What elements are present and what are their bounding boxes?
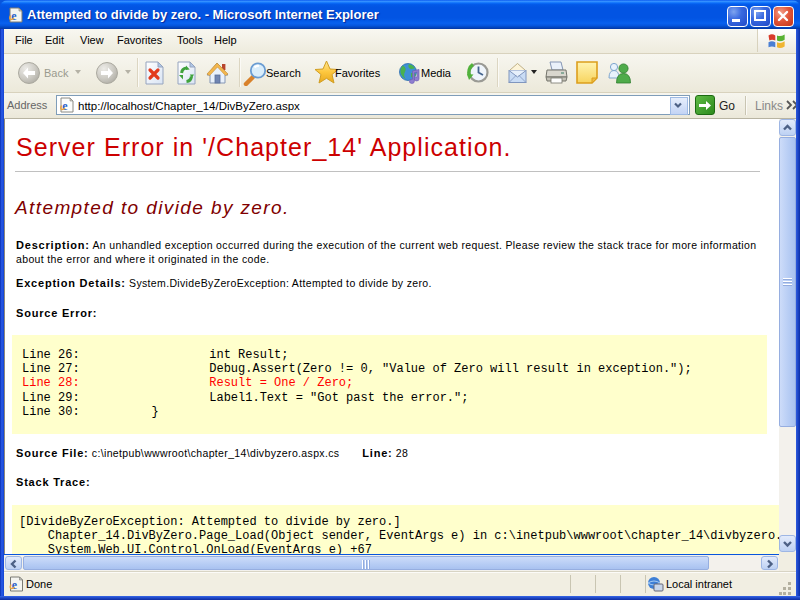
- svg-text:e: e: [12, 578, 18, 592]
- svg-text:e: e: [62, 99, 68, 113]
- svg-text:e: e: [11, 9, 17, 23]
